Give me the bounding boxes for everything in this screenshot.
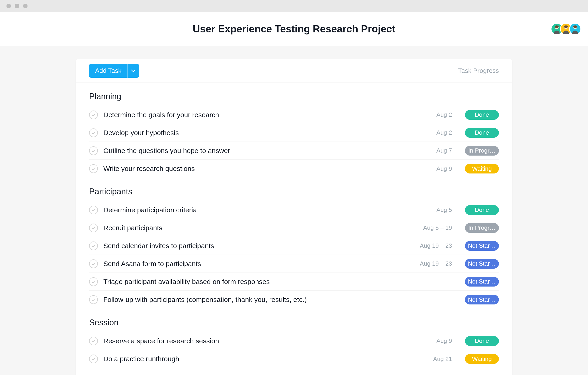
add-task-group: Add Task: [89, 64, 139, 78]
complete-checkbox[interactable]: [89, 129, 98, 137]
complete-checkbox[interactable]: [89, 206, 98, 214]
task-date[interactable]: Aug 2: [418, 129, 452, 136]
task-panel: Add Task Task Progress PlanningDetermine…: [76, 59, 512, 375]
task-row: Recruit participantsAug 5 – 19In Progr…: [89, 219, 499, 237]
task-title[interactable]: Follow-up with participants (compensatio…: [103, 296, 418, 303]
status-pill[interactable]: Not Star…: [465, 241, 499, 251]
check-icon: [91, 131, 96, 135]
task-row: Write your research questionsAug 9Waitin…: [89, 160, 499, 178]
chevron-down-icon: [131, 69, 136, 72]
task-title[interactable]: Triage participant availability based on…: [103, 278, 418, 286]
task-date[interactable]: Aug 9: [418, 337, 452, 344]
task-title[interactable]: Send calendar invites to participants: [103, 242, 418, 250]
window-chrome: [0, 0, 588, 12]
person-icon: [570, 24, 580, 34]
complete-checkbox[interactable]: [89, 242, 98, 250]
task-title[interactable]: Outline the questions you hope to answer: [103, 147, 418, 155]
check-icon: [91, 262, 96, 266]
status-pill[interactable]: In Progr…: [465, 146, 499, 156]
status-pill[interactable]: Waiting: [465, 164, 499, 173]
toolbar: Add Task Task Progress: [76, 59, 512, 83]
status-pill[interactable]: Done: [465, 205, 499, 215]
complete-checkbox[interactable]: [89, 354, 98, 363]
status-pill[interactable]: Not Star…: [465, 295, 499, 304]
task-row: Outline the questions you hope to answer…: [89, 142, 499, 160]
status-pill[interactable]: Done: [465, 128, 499, 138]
task-row: Follow-up with participants (compensatio…: [89, 291, 499, 309]
section: ParticipantsDetermine participation crit…: [89, 187, 499, 309]
task-date[interactable]: Aug 7: [418, 147, 452, 154]
traffic-light-close[interactable]: [6, 4, 11, 8]
page-title: User Experience Testing Research Project: [193, 23, 395, 35]
check-icon: [91, 149, 96, 153]
status-pill[interactable]: Done: [465, 110, 499, 120]
check-icon: [91, 226, 96, 230]
add-task-button[interactable]: Add Task: [89, 64, 127, 78]
check-icon: [91, 357, 96, 361]
section-title[interactable]: Planning: [89, 92, 499, 104]
task-date[interactable]: Aug 5 – 19: [418, 224, 452, 231]
task-title[interactable]: Develop your hypothesis: [103, 129, 418, 137]
task-progress-link[interactable]: Task Progress: [458, 67, 499, 75]
complete-checkbox[interactable]: [89, 146, 98, 155]
task-row: Determine participation criteriaAug 5Don…: [89, 201, 499, 219]
check-icon: [91, 244, 96, 248]
complete-checkbox[interactable]: [89, 277, 98, 286]
complete-checkbox[interactable]: [89, 259, 98, 268]
task-row: Triage participant availability based on…: [89, 273, 499, 291]
section: PlanningDetermine the goals for your res…: [89, 92, 499, 178]
task-row: Do a practice runthroughAug 21Waiting: [89, 350, 499, 368]
page-header: User Experience Testing Research Project: [0, 12, 588, 46]
task-title[interactable]: Recruit participants: [103, 224, 418, 232]
task-row: Develop your hypothesisAug 2Done: [89, 124, 499, 142]
check-icon: [91, 167, 96, 171]
status-pill[interactable]: Not Star…: [465, 259, 499, 269]
check-icon: [91, 298, 96, 301]
task-title[interactable]: Write your research questions: [103, 165, 418, 172]
complete-checkbox[interactable]: [89, 337, 98, 345]
task-date[interactable]: Aug 9: [418, 165, 452, 172]
task-date[interactable]: Aug 21: [418, 355, 452, 363]
status-pill[interactable]: Done: [465, 336, 499, 346]
complete-checkbox[interactable]: [89, 224, 98, 232]
add-task-dropdown[interactable]: [127, 64, 139, 78]
traffic-light-zoom[interactable]: [23, 4, 28, 8]
task-date[interactable]: Aug 19 – 23: [418, 260, 452, 267]
section: SessionReserve a space for research sess…: [89, 318, 499, 368]
check-icon: [91, 280, 96, 284]
status-pill[interactable]: Not Star…: [465, 277, 499, 287]
task-row: Send calendar invites to participantsAug…: [89, 237, 499, 255]
task-row: Send Asana form to participantsAug 19 – …: [89, 255, 499, 273]
check-icon: [91, 208, 96, 212]
task-title[interactable]: Determine participation criteria: [103, 206, 418, 214]
status-pill[interactable]: In Progr…: [465, 223, 499, 233]
complete-checkbox[interactable]: [89, 110, 98, 119]
check-icon: [91, 113, 96, 117]
task-title[interactable]: Determine the goals for your research: [103, 111, 418, 119]
member-avatars: [554, 23, 581, 35]
task-title[interactable]: Do a practice runthrough: [103, 355, 418, 363]
task-date[interactable]: Aug 19 – 23: [418, 242, 452, 249]
section-title[interactable]: Session: [89, 318, 499, 330]
complete-checkbox[interactable]: [89, 295, 98, 304]
task-row: Determine the goals for your researchAug…: [89, 106, 499, 124]
task-date[interactable]: Aug 5: [418, 206, 452, 214]
task-title[interactable]: Reserve a space for research session: [103, 337, 418, 345]
task-title[interactable]: Send Asana form to participants: [103, 260, 418, 268]
traffic-light-minimize[interactable]: [15, 4, 19, 8]
task-row: Reserve a space for research sessionAug …: [89, 332, 499, 350]
check-icon: [91, 339, 96, 343]
status-pill[interactable]: Waiting: [465, 354, 499, 364]
complete-checkbox[interactable]: [89, 164, 98, 173]
section-title[interactable]: Participants: [89, 187, 499, 199]
avatar[interactable]: [569, 23, 581, 35]
task-date[interactable]: Aug 2: [418, 111, 452, 118]
